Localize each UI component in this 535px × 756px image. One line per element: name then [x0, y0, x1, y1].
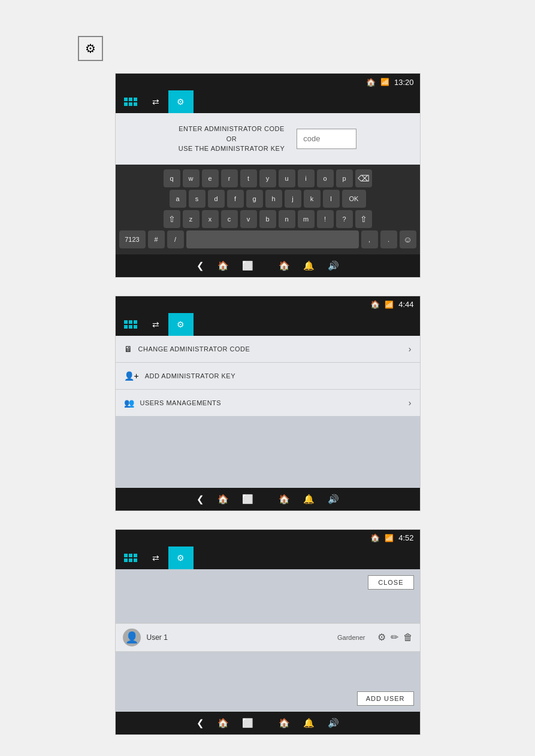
bell-icon[interactable]: 🔔	[303, 260, 315, 271]
keyboard-row-1: q w e r t y u i o p ⌫	[119, 169, 416, 187]
screen1: 🏠 📶 13:20 ⇄ ⚙ ENTER ADMINISTRATOR CODE O…	[115, 73, 421, 278]
home-icon-s3: 🏠	[370, 533, 380, 542]
key-question[interactable]: ?	[336, 210, 353, 228]
recent-icon[interactable]: ⬜	[242, 260, 253, 271]
key-y[interactable]: y	[259, 169, 276, 187]
screen1-status-bar: 🏠 📶 13:20	[116, 74, 420, 90]
arrows-nav-btn[interactable]: ⇄	[143, 90, 168, 113]
users-bottom-area: ADD USER	[116, 652, 420, 712]
volume-icon-s3[interactable]: 🔊	[328, 718, 339, 728]
recent-icon-s2[interactable]: ⬜	[242, 494, 253, 505]
user-row: 👤 User 1 Gardener ⚙ ✏ 🗑	[116, 623, 420, 652]
key-g[interactable]: g	[246, 190, 263, 208]
key-ok[interactable]: OK	[342, 190, 366, 208]
key-hash[interactable]: #	[148, 230, 165, 248]
user-edit-btn[interactable]: ✏	[391, 631, 398, 643]
key-p[interactable]: p	[336, 169, 353, 187]
key-b[interactable]: b	[259, 210, 276, 228]
home-bottom-icon[interactable]: 🏠	[217, 260, 229, 271]
settings-icon-box[interactable]: ⚙	[78, 36, 103, 61]
add-user-button[interactable]: ADD USER	[357, 691, 414, 706]
add-key-label: ADD ADMINISTRATOR KEY	[145, 372, 412, 379]
key-m[interactable]: m	[298, 210, 315, 228]
volume-icon[interactable]: 🔊	[328, 260, 339, 271]
back-icon-s3[interactable]: ❮	[197, 718, 204, 728]
key-e[interactable]: e	[202, 169, 219, 187]
key-z[interactable]: z	[183, 210, 200, 228]
arrows-nav-btn-s3[interactable]: ⇄	[143, 546, 168, 569]
home2-icon[interactable]: 🏠	[279, 260, 290, 271]
menu-item-add-key[interactable]: 👤+ ADD ADMINISTRATOR KEY	[116, 363, 420, 390]
bell-icon-s2[interactable]: 🔔	[303, 494, 315, 505]
key-exclaim[interactable]: !	[317, 210, 334, 228]
key-x[interactable]: x	[202, 210, 219, 228]
key-i[interactable]: i	[298, 169, 315, 187]
grid-nav-btn-s2[interactable]	[118, 313, 143, 336]
key-h[interactable]: h	[265, 190, 282, 208]
key-7123[interactable]: 7123	[119, 230, 146, 248]
arrows-icon: ⇄	[152, 97, 159, 107]
back-icon-s2[interactable]: ❮	[197, 494, 204, 505]
wifi-icon-s3: 📶	[385, 534, 394, 542]
chevron-icon-0: ›	[409, 344, 412, 354]
key-backspace[interactable]: ⌫	[355, 169, 372, 187]
key-slash[interactable]: /	[167, 230, 184, 248]
key-w[interactable]: w	[183, 169, 200, 187]
key-shift-left[interactable]: ⇧	[164, 210, 180, 228]
recent-icon-s3[interactable]: ⬜	[242, 718, 253, 728]
home2-icon-s3[interactable]: 🏠	[279, 718, 290, 728]
key-k[interactable]: k	[304, 190, 321, 208]
key-v[interactable]: v	[240, 210, 257, 228]
grid-icon-s2	[124, 320, 137, 329]
key-s[interactable]: s	[189, 190, 205, 208]
key-o[interactable]: o	[317, 169, 334, 187]
key-emoji[interactable]: ☺	[400, 230, 416, 248]
avatar-icon: 👤	[125, 631, 138, 644]
users-icon: 👥	[124, 398, 134, 408]
key-l[interactable]: l	[323, 190, 340, 208]
close-button[interactable]: CLOSE	[368, 575, 413, 590]
keyboard-row-2: a s d f g h j k l OK	[119, 190, 416, 208]
home-bottom-icon-s2[interactable]: 🏠	[217, 494, 229, 505]
key-d[interactable]: d	[208, 190, 225, 208]
key-n[interactable]: n	[279, 210, 295, 228]
settings-nav-icon: ⚙	[177, 97, 185, 107]
home-icon-s2: 🏠	[370, 300, 380, 309]
key-u[interactable]: u	[279, 169, 295, 187]
key-period[interactable]: .	[380, 230, 397, 248]
code-input[interactable]	[297, 129, 356, 149]
key-a[interactable]: a	[170, 190, 186, 208]
key-f[interactable]: f	[227, 190, 244, 208]
screen2-bottom-bar: ❮ 🏠 ⬜ 🏠 🔔 🔊	[116, 488, 420, 511]
settings-nav-btn-s3[interactable]: ⚙	[168, 546, 194, 569]
key-q[interactable]: q	[164, 169, 180, 187]
users-label: USERS MANAGEMENTS	[140, 399, 403, 406]
key-r[interactable]: r	[221, 169, 238, 187]
menu-item-change-code[interactable]: 🖥 CHANGE ADMINISTRATOR CODE ›	[116, 336, 420, 363]
arrows-nav-btn-s2[interactable]: ⇄	[143, 313, 168, 336]
key-t[interactable]: t	[240, 169, 257, 187]
grid-icon	[124, 98, 137, 106]
grid-nav-btn-s3[interactable]	[118, 546, 143, 569]
home2-icon-s2[interactable]: 🏠	[279, 494, 290, 505]
menu-item-users[interactable]: 👥 USERS MANAGEMENTS ›	[116, 390, 420, 416]
home-bottom-icon-s3[interactable]: 🏠	[217, 718, 229, 728]
admin-prompt-text: ENTER ADMINISTRATOR CODE OR USE THE ADMI…	[179, 124, 285, 154]
user-delete-btn[interactable]: 🗑	[403, 632, 413, 643]
key-j[interactable]: j	[285, 190, 301, 208]
settings-nav-btn-s2[interactable]: ⚙	[168, 313, 194, 336]
user-settings-btn[interactable]: ⚙	[377, 631, 386, 643]
volume-icon-s2[interactable]: 🔊	[328, 494, 339, 505]
bell-icon-s3[interactable]: 🔔	[303, 718, 315, 728]
menu-empty-area	[116, 416, 420, 488]
grid-nav-btn[interactable]	[118, 90, 143, 113]
key-c[interactable]: c	[221, 210, 238, 228]
settings-nav-btn[interactable]: ⚙	[168, 90, 194, 113]
screen2-status-bar: 🏠 📶 4:44	[116, 296, 420, 313]
key-space[interactable]	[186, 230, 359, 248]
screen2-nav-bar: ⇄ ⚙	[116, 313, 420, 336]
key-comma[interactable]: ,	[361, 230, 378, 248]
key-shift-right[interactable]: ⇧	[355, 210, 372, 228]
back-icon[interactable]: ❮	[197, 260, 204, 271]
keyboard: q w e r t y u i o p ⌫ a s d f g h j k l …	[116, 165, 420, 254]
